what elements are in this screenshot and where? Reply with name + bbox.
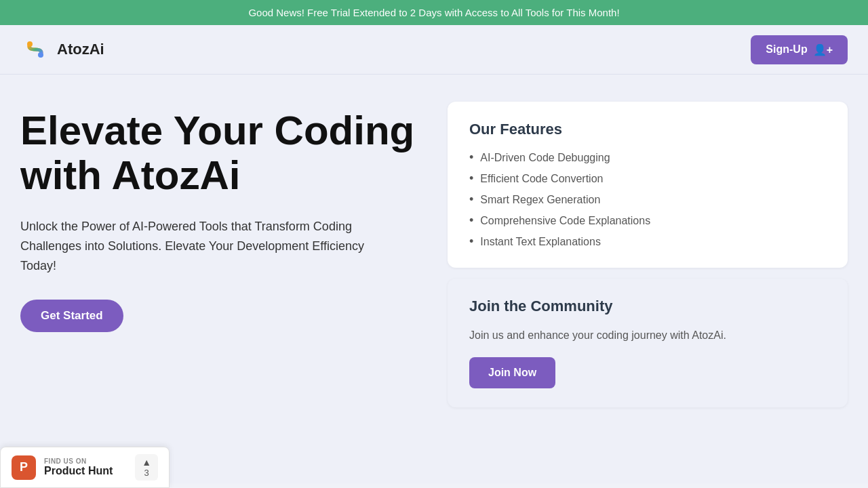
product-hunt-name: Product Hunt bbox=[44, 465, 127, 477]
join-now-label: Join Now bbox=[488, 367, 536, 378]
product-hunt-text: FIND US ON Product Hunt bbox=[44, 458, 127, 477]
logo-text: AtozAi bbox=[57, 41, 104, 58]
upvote-arrow-icon: ▲ bbox=[142, 457, 151, 468]
features-list: AI-Driven Code Debugging Efficient Code … bbox=[469, 150, 826, 249]
left-panel: Elevate Your Coding with AtozAi Unlock t… bbox=[20, 102, 427, 470]
list-item: Smart Regex Generation bbox=[469, 192, 826, 207]
logo-icon bbox=[20, 35, 50, 64]
svg-point-2 bbox=[38, 52, 43, 58]
vote-count[interactable]: ▲ 3 bbox=[135, 454, 158, 481]
features-title: Our Features bbox=[469, 121, 826, 138]
top-banner: Good News! Free Trial Extended to 2 Days… bbox=[0, 0, 868, 25]
join-now-button[interactable]: Join Now bbox=[469, 357, 555, 388]
product-hunt-badge[interactable]: P FIND US ON Product Hunt ▲ 3 bbox=[0, 447, 170, 488]
get-started-button[interactable]: Get Started bbox=[20, 300, 123, 332]
community-description: Join us and enhance your coding journey … bbox=[469, 327, 826, 344]
features-card: Our Features AI-Driven Code Debugging Ef… bbox=[448, 102, 848, 268]
person-add-icon: 👤+ bbox=[813, 43, 833, 56]
hero-subtitle: Unlock the Power of AI-Powered Tools tha… bbox=[20, 217, 373, 275]
vote-number: 3 bbox=[144, 468, 149, 478]
banner-text: Good News! Free Trial Extended to 2 Days… bbox=[248, 7, 619, 18]
logo-area: AtozAi bbox=[20, 35, 104, 64]
list-item: Instant Text Explanations bbox=[469, 235, 826, 249]
header: AtozAi Sign-Up 👤+ bbox=[0, 25, 868, 75]
svg-point-1 bbox=[27, 41, 33, 47]
main-content: Elevate Your Coding with AtozAi Unlock t… bbox=[0, 75, 868, 483]
find-us-label: FIND US ON bbox=[44, 458, 127, 465]
community-title: Join the Community bbox=[469, 298, 826, 315]
right-panel: Our Features AI-Driven Code Debugging Ef… bbox=[448, 102, 848, 470]
list-item: Comprehensive Code Explanations bbox=[469, 214, 826, 228]
product-hunt-icon: P bbox=[12, 455, 36, 480]
list-item: AI-Driven Code Debugging bbox=[469, 150, 826, 165]
get-started-label: Get Started bbox=[41, 309, 103, 322]
list-item: Efficient Code Convertion bbox=[469, 171, 826, 186]
community-card: Join the Community Join us and enhance y… bbox=[448, 279, 848, 407]
hero-title: Elevate Your Coding with AtozAi bbox=[20, 108, 427, 198]
signup-label: Sign-Up bbox=[766, 43, 807, 56]
signup-button[interactable]: Sign-Up 👤+ bbox=[751, 35, 848, 64]
